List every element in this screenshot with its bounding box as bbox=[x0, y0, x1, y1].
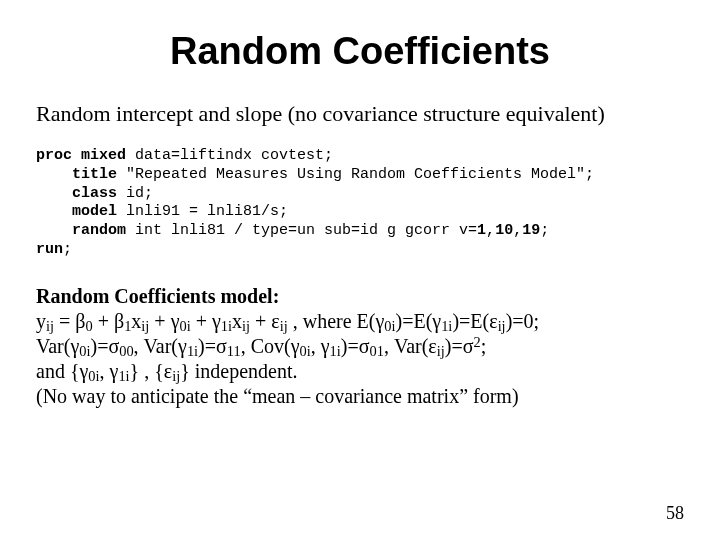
sym-gamma-2: γ bbox=[212, 310, 221, 332]
code-title-rest: "Repeated Measures Using Random Coeffici… bbox=[117, 166, 594, 183]
eq1: = bbox=[402, 310, 413, 332]
comma-sp: , bbox=[288, 310, 303, 332]
code-proc-rest: data=liftindx covtest; bbox=[126, 147, 333, 164]
sub-1: 1 bbox=[124, 318, 131, 334]
semi-1: ; bbox=[481, 335, 487, 357]
csep-3: , bbox=[384, 335, 394, 357]
Var2: Var( bbox=[144, 335, 178, 357]
sym-eps-4: ε bbox=[164, 360, 172, 382]
sub-00: 00 bbox=[119, 343, 133, 359]
eq-sign: = bbox=[54, 310, 75, 332]
sub-ij: ij bbox=[46, 318, 54, 334]
slide-title: Random Coefficients bbox=[36, 30, 684, 73]
model-line-2: Var(γ0i)=σ00, Var(γ1i)=σ11, Cov(γ0i, γ1i… bbox=[36, 334, 684, 359]
sym-gamma-3: γ bbox=[375, 310, 384, 332]
code-v2: 10 bbox=[495, 222, 513, 239]
sym-eps: ε bbox=[271, 310, 279, 332]
sup-2: 2 bbox=[473, 334, 480, 350]
sub-ij-2: ij bbox=[141, 318, 149, 334]
sym-x-2: x bbox=[232, 310, 242, 332]
eq0-semi: =0; bbox=[512, 310, 539, 332]
code-block: proc mixed data=liftindx covtest; title … bbox=[36, 147, 684, 260]
Cov: Cov( bbox=[251, 335, 291, 357]
sub-01: 01 bbox=[370, 343, 384, 359]
sym-x: x bbox=[131, 310, 141, 332]
page-number: 58 bbox=[666, 503, 684, 524]
sub-ij-4: ij bbox=[280, 318, 288, 334]
sub-1i-2: 1i bbox=[441, 318, 452, 334]
sigma-2: σ bbox=[216, 335, 227, 357]
sub-1i: 1i bbox=[221, 318, 232, 334]
sub-11: 11 bbox=[227, 343, 241, 359]
code-c2: , bbox=[513, 222, 522, 239]
code-run-rest: ; bbox=[63, 241, 72, 258]
code-model-rest: lnli91 = lnli81/s; bbox=[117, 203, 288, 220]
model-line-3: and {γ0i, γ1i} , {εij} independent. bbox=[36, 359, 684, 384]
Var3: Var( bbox=[394, 335, 428, 357]
sub-ij-6: ij bbox=[437, 343, 445, 359]
sub-1i-3: 1i bbox=[187, 343, 198, 359]
model-line-1: yij = β0 + β1xij + γ0i + γ1ixij + εij , … bbox=[36, 309, 684, 334]
sub-1i-4: 1i bbox=[330, 343, 341, 359]
comma-1: , bbox=[311, 335, 321, 357]
sub-0i: 0i bbox=[179, 318, 190, 334]
sym-gamma-7: γ bbox=[291, 335, 300, 357]
kw-class: class bbox=[72, 185, 117, 202]
sub-0: 0 bbox=[85, 318, 92, 334]
where: where bbox=[303, 310, 357, 332]
eq2: = bbox=[459, 310, 470, 332]
brace-close: } bbox=[180, 360, 195, 382]
slide: Random Coefficients Random intercept and… bbox=[0, 0, 720, 540]
sigma-3: σ bbox=[359, 335, 370, 357]
code-c1: , bbox=[486, 222, 495, 239]
sym-gamma-8: γ bbox=[321, 335, 330, 357]
kw-random: random bbox=[72, 222, 126, 239]
and-open: and { bbox=[36, 360, 79, 382]
sub-ij-5: ij bbox=[498, 318, 506, 334]
plus-4: + bbox=[250, 310, 271, 332]
subtitle: Random intercept and slope (no covarianc… bbox=[36, 101, 684, 127]
sigma-1: σ bbox=[108, 335, 119, 357]
plus-1: + bbox=[93, 310, 114, 332]
code-v3: 19 bbox=[522, 222, 540, 239]
sub-ij-3: ij bbox=[242, 318, 250, 334]
sym-gamma-9: γ bbox=[79, 360, 88, 382]
close-5: ) bbox=[198, 335, 205, 357]
E1: E( bbox=[357, 310, 376, 332]
sigma-4: σ bbox=[463, 335, 474, 357]
kw-proc-mixed: proc mixed bbox=[36, 147, 126, 164]
E3: E( bbox=[470, 310, 489, 332]
comma-2: , bbox=[100, 360, 110, 382]
brace-comma: } , { bbox=[130, 360, 164, 382]
eq6: = bbox=[451, 335, 462, 357]
indep: independent. bbox=[195, 360, 298, 382]
sub-ij-7: ij bbox=[172, 368, 180, 384]
sym-beta-2: β bbox=[114, 310, 124, 332]
sub-0i-4: 0i bbox=[300, 343, 311, 359]
model-heading: Random Coefficients model: bbox=[36, 284, 684, 309]
sym-eps-3: ε bbox=[428, 335, 436, 357]
csep-2: , bbox=[241, 335, 251, 357]
code-random-a: int lnli81 / type=un sub=id g gcorr v= bbox=[126, 222, 477, 239]
plus-2: + bbox=[149, 310, 170, 332]
sub-0i-3: 0i bbox=[79, 343, 90, 359]
code-class-rest: id; bbox=[117, 185, 153, 202]
csep-1: , bbox=[134, 335, 144, 357]
kw-model: model bbox=[72, 203, 117, 220]
sym-eps-2: ε bbox=[489, 310, 497, 332]
eq4: = bbox=[205, 335, 216, 357]
sym-gamma-6: γ bbox=[178, 335, 187, 357]
sub-0i-2: 0i bbox=[384, 318, 395, 334]
sub-0i-5: 0i bbox=[88, 368, 99, 384]
eq5: = bbox=[347, 335, 358, 357]
kw-run: run bbox=[36, 241, 63, 258]
eq3: = bbox=[97, 335, 108, 357]
model-block: Random Coefficients model: yij = β0 + β1… bbox=[36, 284, 684, 409]
sub-1i-5: 1i bbox=[118, 368, 129, 384]
Var1: Var( bbox=[36, 335, 70, 357]
code-random-b: ; bbox=[540, 222, 549, 239]
kw-title: title bbox=[72, 166, 117, 183]
sym-beta: β bbox=[75, 310, 85, 332]
model-line-4: (No way to anticipate the “mean – covari… bbox=[36, 384, 684, 409]
code-v1: 1 bbox=[477, 222, 486, 239]
